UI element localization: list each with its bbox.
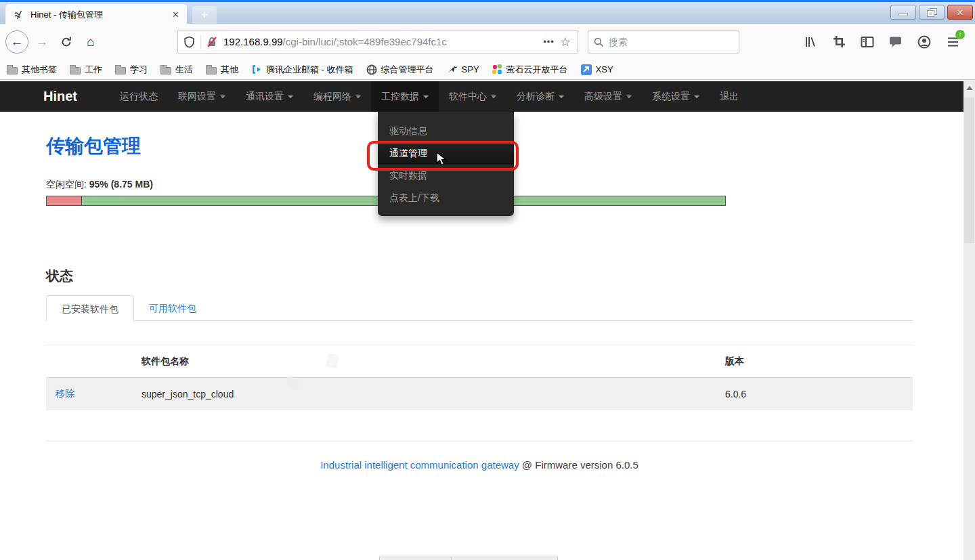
bookmarks-bar: 其他书签 工作 学习 生活 其他 腾讯企业邮箱 - 收件箱 综合管理平台 (0, 60, 975, 79)
sidebar-toggle-icon[interactable] (860, 35, 875, 49)
chevron-down-icon (694, 95, 699, 98)
screenshot-crop-icon[interactable] (831, 35, 846, 49)
nav-item-running-status[interactable]: 运行状态 (110, 81, 168, 112)
tab-installed-packages[interactable]: 已安装软件包 (46, 295, 134, 321)
screen: { "window": { "tab_title": "Hinet - 传输包管… (0, 0, 975, 560)
reload-button[interactable] (56, 31, 77, 53)
dropdown-item-driver-info[interactable]: 驱动信息 (378, 120, 514, 142)
bookmark-item[interactable]: SPY (447, 64, 479, 74)
chevron-down-icon (423, 95, 429, 98)
tab-title: Hinet - 传输包管理 (30, 9, 170, 21)
browser-chrome: ← → ⌂ 192.168.9.99/cgi-bin/luci/;stok=48… (0, 24, 975, 80)
nav-item-software-center[interactable]: 软件中心 (439, 81, 506, 112)
package-version: 6.0.6 (725, 389, 912, 400)
page-actions-icon[interactable]: ••• (543, 37, 555, 47)
home-button[interactable]: ⌂ (80, 31, 102, 53)
bookmark-folder[interactable]: 工作 (70, 64, 102, 76)
url-path: /cgi-bin/luci/;stok=489fe39ec794fc1c (283, 36, 447, 47)
bookmark-folder[interactable]: 生活 (160, 64, 193, 76)
forward-button[interactable]: → (31, 31, 53, 53)
nav-item-industrial-data[interactable]: 工控数据 (371, 81, 439, 112)
back-button[interactable]: ← (5, 30, 28, 53)
chevron-down-icon (559, 95, 564, 98)
remove-link[interactable]: 移除 (56, 388, 74, 399)
minimize-button[interactable] (890, 5, 916, 20)
bookmark-item[interactable]: XSY (581, 64, 613, 75)
brand-logo[interactable]: Hinet (43, 89, 77, 104)
chevron-down-icon (288, 95, 293, 98)
bookmark-folder[interactable]: 学习 (115, 64, 148, 76)
folder-icon (7, 67, 18, 74)
bottom-partial-element (451, 557, 558, 560)
bookmark-label: SPY (462, 64, 479, 74)
message-bubble-icon[interactable] (888, 35, 903, 49)
status-heading: 状态 (46, 267, 913, 285)
menu-button-wrap: ↑ (945, 35, 960, 49)
scroll-up-arrow-icon[interactable] (966, 86, 973, 90)
package-table: 软件包名称 版本 移除 super_json_tcp_cloud 6.0.6 (46, 345, 913, 410)
free-space-value: 95% (8.75 MB) (89, 179, 153, 190)
bookmark-label: 学习 (130, 64, 148, 76)
bookmark-item[interactable]: 腾讯企业邮箱 - 收件箱 (251, 64, 353, 76)
url-text[interactable]: 192.168.9.99/cgi-bin/luci/;stok=489fe39e… (223, 36, 538, 47)
restore-button[interactable] (919, 5, 945, 20)
globe-icon (366, 64, 377, 75)
bookmark-folder[interactable]: 其他书签 (7, 64, 57, 76)
window-controls: ✕ (890, 5, 973, 20)
bookmark-label: 工作 (85, 64, 102, 76)
scrollbar-thumb[interactable] (964, 98, 974, 243)
window-titlebar: Hinet - 传输包管理 × + ✕ (0, 0, 975, 24)
close-button[interactable]: ✕ (947, 5, 973, 20)
name-column-header: 软件包名称 (142, 356, 725, 368)
toolbar-icons: ↑ (803, 24, 960, 60)
space-used-segment (47, 196, 82, 205)
footer-link[interactable]: Industrial intelligent communication gat… (320, 459, 519, 471)
tab-available-packages[interactable]: 可用软件包 (134, 295, 211, 321)
close-icon: ✕ (957, 7, 964, 18)
insecure-lock-icon[interactable] (207, 37, 217, 47)
nav-item-advanced-settings[interactable]: 高级设置 (574, 81, 642, 112)
divider (46, 441, 913, 441)
bookmark-folder[interactable]: 其他 (206, 64, 238, 76)
vertical-scrollbar[interactable] (963, 80, 975, 560)
url-bar[interactable]: 192.168.9.99/cgi-bin/luci/;stok=489fe39e… (177, 30, 578, 53)
site-favicon-icon (14, 9, 24, 20)
exmail-icon (251, 64, 262, 74)
xsy-icon (581, 64, 592, 75)
bookmark-item[interactable]: 萤石云开放平台 (492, 64, 568, 76)
update-badge: ↑ (955, 30, 965, 39)
bottom-partial-element (379, 557, 452, 560)
urlbar-divider (200, 35, 201, 49)
folder-icon (115, 67, 126, 74)
nav-item-analysis-diagnosis[interactable]: 分析诊断 (506, 81, 574, 112)
account-icon[interactable] (917, 35, 932, 49)
nav-item-network-settings[interactable]: 联网设置 (168, 81, 236, 112)
bookmark-label: 其他 (221, 64, 238, 76)
browser-tab[interactable]: Hinet - 传输包管理 × (5, 4, 187, 26)
dropdown-item-point-table[interactable]: 点表上/下载 (378, 187, 514, 209)
chevron-down-icon (491, 95, 496, 98)
tab-close-icon[interactable]: × (170, 9, 181, 21)
new-tab-button[interactable]: + (192, 6, 217, 24)
package-tabs: 已安装软件包 可用软件包 (46, 295, 913, 321)
bookmark-label: 其他书签 (22, 64, 57, 76)
tracking-shield-icon[interactable] (183, 36, 195, 48)
nav-item-programming-network[interactable]: 编程网络 (303, 81, 371, 112)
bookmark-item[interactable]: 综合管理平台 (366, 64, 434, 76)
search-bar[interactable] (588, 30, 739, 53)
page-viewport: Hinet 运行状态 联网设置 通讯设置 编程网络 工控数据 软件中心 分析诊断… (0, 80, 963, 560)
watermark-artifact (287, 375, 299, 389)
bookmark-label: 腾讯企业邮箱 - 收件箱 (266, 64, 353, 76)
nav-item-system-settings[interactable]: 系统设置 (642, 81, 710, 112)
nav-item-logout[interactable]: 退出 (710, 81, 749, 112)
dart-icon (447, 64, 458, 74)
url-domain: 192.168.9.99 (223, 36, 283, 47)
chevron-down-icon (626, 95, 632, 98)
bookmark-star-icon[interactable]: ☆ (560, 35, 571, 49)
nav-item-comm-settings[interactable]: 通讯设置 (236, 81, 303, 112)
search-input[interactable] (609, 37, 733, 47)
library-icon[interactable] (803, 35, 818, 49)
package-name: super_json_tcp_cloud (142, 389, 725, 400)
restore-icon (928, 9, 936, 16)
page-footer: Industrial intelligent communication gat… (46, 459, 913, 471)
